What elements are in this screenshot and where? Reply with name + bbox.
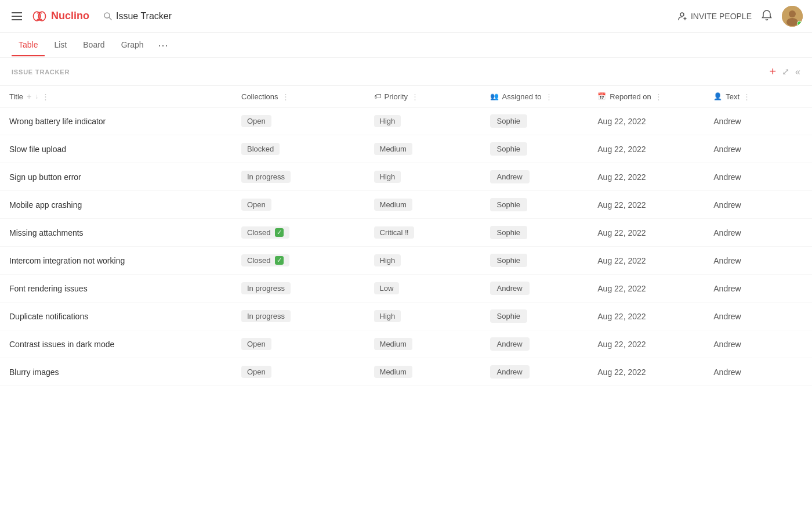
col-priority-menu[interactable]: ⋮ <box>411 92 419 101</box>
cell-collection-9[interactable]: Open <box>232 358 365 386</box>
cell-assigned-1[interactable]: Sophie <box>481 135 589 163</box>
cell-priority-5[interactable]: High <box>365 247 481 275</box>
table-row: Missing attachmentsClosed✓Critical ‼️Sop… <box>0 219 812 247</box>
brain-icon <box>31 8 48 24</box>
cell-collection-7[interactable]: In progress <box>232 302 365 330</box>
cell-priority-6[interactable]: Low <box>365 275 481 302</box>
cell-priority-9[interactable]: Medium <box>365 358 481 386</box>
col-text-menu[interactable]: ⋮ <box>743 92 751 101</box>
cell-text-0: Andrew <box>704 107 812 135</box>
cell-title-9[interactable]: Blurry images <box>0 358 232 386</box>
col-reported-menu[interactable]: ⋮ <box>655 92 662 101</box>
add-row-button[interactable]: + <box>769 65 776 78</box>
cell-title-8[interactable]: Contrast issues in dark mode <box>0 330 232 358</box>
cell-assigned-7[interactable]: Sophie <box>481 302 589 330</box>
svg-point-6 <box>789 10 796 17</box>
collapse-icon[interactable]: « <box>795 67 800 77</box>
cell-collection-8[interactable]: Open <box>232 330 365 358</box>
notifications-button[interactable] <box>761 9 773 23</box>
col-header-reported: 📅 Reported on ⋮ <box>588 86 704 107</box>
cell-title-2[interactable]: Sign up button error <box>0 163 232 191</box>
cell-collection-4[interactable]: Closed✓ <box>232 219 365 247</box>
col-header-text: 👤 Text ⋮ <box>704 86 812 107</box>
cell-title-4[interactable]: Missing attachments <box>0 219 232 247</box>
cell-priority-4[interactable]: Critical ‼️ <box>365 219 481 247</box>
assigned-col-icon: 👥 <box>490 92 499 100</box>
table-row: Font rendering issuesIn progressLowAndre… <box>0 275 812 302</box>
priority-col-icon: 🏷 <box>374 92 381 100</box>
invite-people-button[interactable]: INVITE PEOPLE <box>678 12 752 21</box>
app-name: Nuclino <box>51 10 89 22</box>
cell-assigned-5[interactable]: Sophie <box>481 247 589 275</box>
cell-assigned-8[interactable]: Andrew <box>481 330 589 358</box>
cell-collection-2[interactable]: In progress <box>232 163 365 191</box>
text-col-icon: 👤 <box>713 92 722 100</box>
cell-collection-0[interactable]: Open <box>232 107 365 135</box>
table-header-bar: ISSUE TRACKER + ⤢ « <box>0 58 812 86</box>
page-title: Issue Tracker <box>116 11 172 21</box>
cell-priority-1[interactable]: Medium <box>365 135 481 163</box>
col-assigned-menu[interactable]: ⋮ <box>545 92 553 101</box>
cell-assigned-3[interactable]: Sophie <box>481 191 589 219</box>
cell-title-5[interactable]: Intercom integration not working <box>0 247 232 275</box>
cell-reported-7: Aug 22, 2022 <box>588 302 704 330</box>
col-collections-menu[interactable]: ⋮ <box>282 92 289 101</box>
invite-label: INVITE PEOPLE <box>691 12 752 21</box>
cell-title-0[interactable]: Wrong battery life indicator <box>0 107 232 135</box>
cell-text-3: Andrew <box>704 191 812 219</box>
cell-assigned-6[interactable]: Andrew <box>481 275 589 302</box>
table-row: Mobile app crashingOpenMediumSophieAug 2… <box>0 191 812 219</box>
cell-reported-6: Aug 22, 2022 <box>588 275 704 302</box>
col-title-menu[interactable]: ⋮ <box>42 92 49 101</box>
cell-collection-1[interactable]: Blocked <box>232 135 365 163</box>
col-header-assigned: 👥 Assigned to ⋮ <box>481 86 589 107</box>
sort-title-icon[interactable]: ↓ <box>35 92 38 100</box>
cell-title-7[interactable]: Duplicate notifications <box>0 302 232 330</box>
cell-priority-3[interactable]: Medium <box>365 191 481 219</box>
cell-priority-0[interactable]: High <box>365 107 481 135</box>
cell-reported-0: Aug 22, 2022 <box>588 107 704 135</box>
cell-priority-2[interactable]: High <box>365 163 481 191</box>
cell-collection-3[interactable]: Open <box>232 191 365 219</box>
cell-assigned-2[interactable]: Andrew <box>481 163 589 191</box>
cell-assigned-0[interactable]: Sophie <box>481 107 589 135</box>
cell-title-3[interactable]: Mobile app crashing <box>0 191 232 219</box>
add-column-icon[interactable]: + <box>27 92 31 101</box>
cell-assigned-4[interactable]: Sophie <box>481 219 589 247</box>
cell-title-1[interactable]: Slow file upload <box>0 135 232 163</box>
cell-text-1: Andrew <box>704 135 812 163</box>
cell-reported-5: Aug 22, 2022 <box>588 247 704 275</box>
table-body: Wrong battery life indicatorOpenHighSoph… <box>0 107 812 386</box>
expand-icon[interactable]: ⤢ <box>782 66 789 77</box>
cell-reported-3: Aug 22, 2022 <box>588 191 704 219</box>
cell-text-7: Andrew <box>704 302 812 330</box>
user-avatar[interactable] <box>782 6 803 27</box>
col-header-title: Title + ↓ ⋮ <box>0 86 232 107</box>
header-actions: + ⤢ « <box>769 65 800 78</box>
person-add-icon <box>678 12 687 21</box>
tab-table[interactable]: Table <box>12 34 45 56</box>
cell-reported-9: Aug 22, 2022 <box>588 358 704 386</box>
table-row: Slow file uploadBlockedMediumSophieAug 2… <box>0 135 812 163</box>
tab-more-button[interactable]: ⋯ <box>153 38 173 53</box>
search-area[interactable]: Issue Tracker <box>103 11 671 21</box>
cell-collection-6[interactable]: In progress <box>232 275 365 302</box>
col-header-collections: Collections ⋮ <box>232 86 365 107</box>
table-row: Contrast issues in dark modeOpenMediumAn… <box>0 330 812 358</box>
col-header-priority: 🏷 Priority ⋮ <box>365 86 481 107</box>
cell-text-6: Andrew <box>704 275 812 302</box>
tab-board[interactable]: Board <box>76 34 111 56</box>
cell-priority-7[interactable]: High <box>365 302 481 330</box>
table-header-row: Title + ↓ ⋮ Collections ⋮ 🏷 Priorit <box>0 86 812 107</box>
table-row: Blurry imagesOpenMediumAndrewAug 22, 202… <box>0 358 812 386</box>
cell-title-6[interactable]: Font rendering issues <box>0 275 232 302</box>
cell-assigned-9[interactable]: Andrew <box>481 358 589 386</box>
cell-priority-8[interactable]: Medium <box>365 330 481 358</box>
tab-list[interactable]: List <box>47 34 74 56</box>
tab-graph[interactable]: Graph <box>114 34 151 56</box>
svg-point-7 <box>786 18 798 26</box>
svg-point-4 <box>680 13 684 16</box>
hamburger-menu[interactable] <box>9 10 24 23</box>
cell-reported-4: Aug 22, 2022 <box>588 219 704 247</box>
cell-collection-5[interactable]: Closed✓ <box>232 247 365 275</box>
